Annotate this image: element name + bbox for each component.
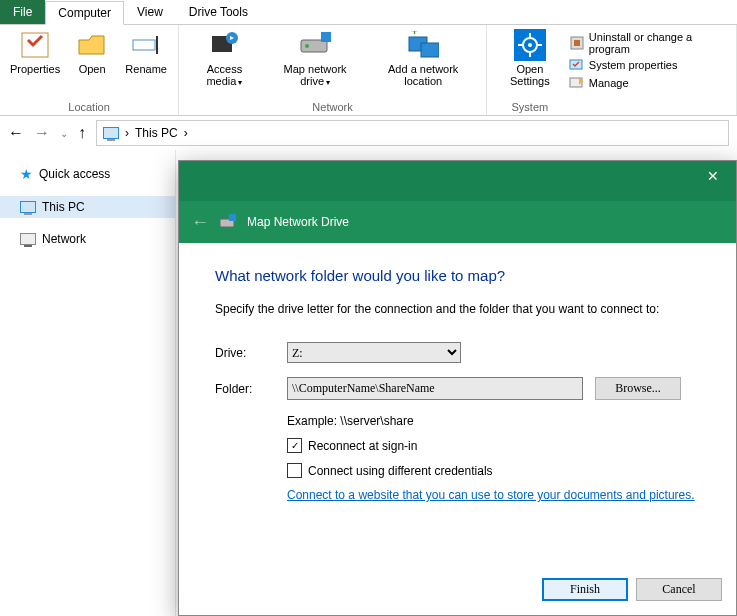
ribbon-tabbar: File Computer View Drive Tools bbox=[0, 0, 737, 25]
ribbon-group-network: Access media▾ Map network drive▾ + Add a… bbox=[179, 25, 487, 115]
system-properties-icon bbox=[569, 57, 585, 73]
nav-up-icon[interactable]: ↑ bbox=[78, 124, 86, 142]
ribbon: Properties Open Rename Location Access m… bbox=[0, 25, 737, 116]
rename-button[interactable]: Rename bbox=[120, 27, 172, 77]
folder-input[interactable] bbox=[287, 377, 583, 400]
pc-icon bbox=[103, 127, 119, 139]
open-button[interactable]: Open bbox=[66, 27, 118, 77]
network-drive-icon bbox=[299, 29, 331, 61]
breadcrumb-this-pc[interactable]: This PC bbox=[135, 126, 178, 140]
svg-rect-7 bbox=[321, 32, 331, 42]
open-label: Open bbox=[79, 63, 106, 75]
open-folder-icon bbox=[76, 29, 108, 61]
dialog-back-icon[interactable]: ← bbox=[191, 212, 209, 233]
add-location-icon: + bbox=[407, 29, 439, 61]
tab-view[interactable]: View bbox=[124, 0, 176, 24]
breadcrumb-sep: › bbox=[125, 126, 129, 140]
system-properties-label: System properties bbox=[589, 59, 678, 71]
sidebar-item-network[interactable]: Network bbox=[0, 228, 175, 250]
checkbox-checked-icon: ✓ bbox=[287, 438, 302, 453]
properties-icon bbox=[19, 29, 51, 61]
access-media-icon bbox=[208, 29, 240, 61]
rename-icon bbox=[130, 29, 162, 61]
network-icon bbox=[20, 233, 36, 245]
ribbon-group-system: Open Settings System Uninstall or change… bbox=[487, 25, 737, 115]
uninstall-program-button[interactable]: Uninstall or change a program bbox=[569, 31, 728, 55]
map-drive-label: Map network drive▾ bbox=[270, 63, 361, 89]
ribbon-group-location: Properties Open Rename Location bbox=[0, 25, 179, 115]
dialog-subtitle: Specify the drive letter for the connect… bbox=[215, 302, 700, 316]
svg-rect-19 bbox=[574, 40, 580, 46]
credentials-checkbox-row[interactable]: Connect using different credentials bbox=[287, 463, 700, 478]
nav-recent-icon[interactable]: ⌄ bbox=[60, 128, 68, 139]
properties-label: Properties bbox=[10, 63, 60, 75]
map-network-drive-button[interactable]: Map network drive▾ bbox=[266, 27, 365, 91]
dialog-heading: What network folder would you like to ma… bbox=[215, 267, 700, 284]
pc-icon bbox=[20, 201, 36, 213]
group-title-network: Network bbox=[312, 101, 352, 113]
group-title-location: Location bbox=[68, 101, 110, 113]
settings-gear-icon bbox=[514, 29, 546, 61]
svg-point-6 bbox=[305, 44, 309, 48]
tab-computer[interactable]: Computer bbox=[45, 1, 124, 25]
sidebar-item-label: Quick access bbox=[39, 167, 110, 181]
svg-rect-9 bbox=[421, 43, 439, 57]
tab-file[interactable]: File bbox=[0, 0, 45, 24]
add-location-label: Add a network location bbox=[371, 63, 476, 87]
dialog-close-button[interactable]: ✕ bbox=[690, 161, 736, 191]
drive-label: Drive: bbox=[215, 346, 287, 360]
nav-forward-icon[interactable]: → bbox=[34, 124, 50, 142]
browse-button[interactable]: Browse... bbox=[595, 377, 681, 400]
breadcrumb[interactable]: › This PC › bbox=[96, 120, 729, 146]
rename-label: Rename bbox=[125, 63, 167, 75]
star-icon: ★ bbox=[20, 166, 33, 182]
add-network-location-button[interactable]: + Add a network location bbox=[367, 27, 480, 91]
reconnect-label: Reconnect at sign-in bbox=[308, 439, 417, 453]
network-drive-icon bbox=[219, 214, 237, 230]
open-settings-label: Open Settings bbox=[497, 63, 563, 87]
access-media-button[interactable]: Access media▾ bbox=[185, 27, 264, 91]
connect-website-link[interactable]: Connect to a website that you can use to… bbox=[287, 488, 700, 502]
manage-label: Manage bbox=[589, 77, 629, 89]
map-network-drive-dialog: ✕ ← Map Network Drive What network folde… bbox=[178, 160, 737, 616]
tab-drive-tools[interactable]: Drive Tools bbox=[176, 0, 261, 24]
svg-rect-1 bbox=[133, 40, 155, 50]
checkbox-unchecked-icon bbox=[287, 463, 302, 478]
manage-button[interactable]: Manage bbox=[569, 75, 728, 91]
sidebar-item-label: This PC bbox=[42, 200, 85, 214]
nav-back-icon[interactable]: ← bbox=[8, 124, 24, 142]
uninstall-icon bbox=[569, 35, 585, 51]
system-properties-button[interactable]: System properties bbox=[569, 57, 728, 73]
breadcrumb-sep: › bbox=[184, 126, 188, 140]
svg-text:+: + bbox=[411, 31, 418, 38]
folder-label: Folder: bbox=[215, 382, 287, 396]
group-title-system: System bbox=[512, 101, 549, 113]
dialog-body: What network folder would you like to ma… bbox=[179, 243, 736, 502]
manage-icon bbox=[569, 75, 585, 91]
reconnect-checkbox-row[interactable]: ✓ Reconnect at sign-in bbox=[287, 438, 700, 453]
uninstall-label: Uninstall or change a program bbox=[589, 31, 728, 55]
dialog-title: Map Network Drive bbox=[247, 215, 349, 229]
address-bar: ← → ⌄ ↑ › This PC › bbox=[0, 116, 737, 150]
open-settings-button[interactable]: Open Settings bbox=[493, 27, 567, 89]
cancel-button[interactable]: Cancel bbox=[636, 578, 722, 601]
sidebar-item-this-pc[interactable]: This PC bbox=[0, 196, 175, 218]
access-media-label: Access media▾ bbox=[189, 63, 260, 89]
svg-point-13 bbox=[528, 43, 532, 47]
svg-rect-23 bbox=[229, 214, 236, 221]
sidebar-item-label: Network bbox=[42, 232, 86, 246]
finish-button[interactable]: Finish bbox=[542, 578, 628, 601]
example-text: Example: \\server\share bbox=[287, 414, 700, 428]
sidebar-item-quick-access[interactable]: ★ Quick access bbox=[0, 162, 175, 186]
credentials-label: Connect using different credentials bbox=[308, 464, 493, 478]
close-icon: ✕ bbox=[707, 168, 719, 184]
nav-pane: ★ Quick access This PC Network bbox=[0, 150, 176, 616]
drive-select[interactable]: Z: bbox=[287, 342, 461, 363]
properties-button[interactable]: Properties bbox=[6, 27, 64, 77]
dialog-titlebar: ✕ bbox=[179, 161, 736, 201]
dialog-header: ← Map Network Drive bbox=[179, 201, 736, 243]
